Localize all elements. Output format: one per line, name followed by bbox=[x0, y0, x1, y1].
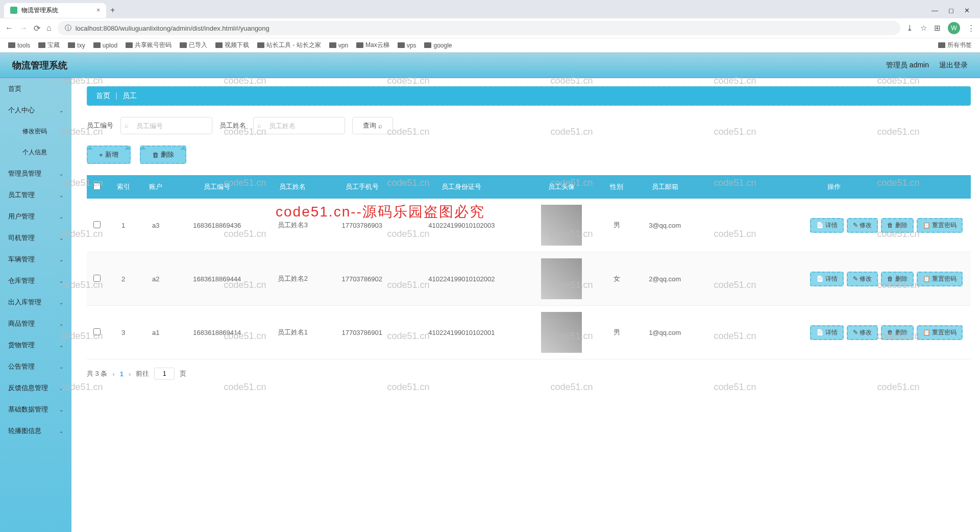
pager-total: 共 3 条 bbox=[87, 369, 107, 378]
user-label[interactable]: 管理员 admin bbox=[886, 61, 929, 70]
bookmark-item[interactable]: uplod bbox=[90, 41, 120, 50]
sidebar-item[interactable]: 反馈信息管理⌄ bbox=[0, 377, 71, 399]
tab-close-icon[interactable]: × bbox=[96, 7, 100, 14]
reload-button[interactable]: ⟳ bbox=[34, 23, 40, 33]
row-delete-button[interactable]: 🗑 删除 bbox=[881, 218, 913, 233]
emp-name-input[interactable] bbox=[253, 117, 345, 134]
chevron-down-icon: ⌄ bbox=[59, 300, 63, 305]
breadcrumb-current: 员工 bbox=[122, 91, 137, 101]
sidebar-item[interactable]: 公告管理⌄ bbox=[0, 356, 71, 377]
sidebar-item[interactable]: 个人中心⌄ bbox=[0, 100, 71, 121]
sidebar-item[interactable]: 管理员管理⌄ bbox=[0, 163, 71, 184]
breadcrumb-home[interactable]: 首页 bbox=[96, 91, 110, 101]
bookmark-item[interactable]: vps bbox=[395, 41, 420, 50]
pager-goto-pre: 前往 bbox=[136, 369, 149, 378]
minimize-button[interactable]: — bbox=[932, 7, 938, 14]
sidebar: 首页个人中心⌄修改密码个人信息管理员管理⌄员工管理⌄用户管理⌄司机管理⌄车辆管理… bbox=[0, 78, 71, 532]
row-checkbox[interactable] bbox=[93, 328, 101, 335]
row-checkbox[interactable] bbox=[93, 275, 101, 282]
tab-title: 物流管理系统 bbox=[21, 6, 58, 15]
sidebar-item[interactable]: 修改密码 bbox=[0, 121, 71, 142]
search-button[interactable]: 查询⌕ bbox=[352, 117, 393, 134]
bookmark-all[interactable]: 所有书签 bbox=[935, 40, 975, 51]
detail-button[interactable]: 📄 详情 bbox=[810, 325, 844, 340]
bookmark-item[interactable]: 站长工具 - 站长之家 bbox=[254, 40, 324, 51]
search-icon: ⌕ bbox=[378, 122, 382, 130]
bookmark-item[interactable]: 视频下载 bbox=[212, 40, 252, 51]
pager-goto-input[interactable] bbox=[154, 368, 175, 380]
close-window-button[interactable]: ✕ bbox=[964, 7, 970, 14]
bookmark-item[interactable]: 已导入 bbox=[177, 40, 210, 51]
sidebar-item[interactable]: 基础数据管理⌄ bbox=[0, 399, 71, 420]
chevron-down-icon: ⌄ bbox=[59, 428, 63, 434]
install-icon[interactable]: ⤓ bbox=[906, 23, 913, 33]
sidebar-item[interactable]: 用户管理⌄ bbox=[0, 206, 71, 227]
browser-tab[interactable]: 物流管理系统 × bbox=[4, 3, 106, 18]
sidebar-item[interactable]: 轮播图信息⌄ bbox=[0, 420, 71, 442]
sidebar-item[interactable]: 司机管理⌄ bbox=[0, 227, 71, 249]
sidebar-item[interactable]: 员工管理⌄ bbox=[0, 184, 71, 206]
app-title: 物流管理系统 bbox=[12, 59, 67, 71]
table-header: 员工身份证号 bbox=[401, 175, 522, 199]
reset-password-button[interactable]: 📋 重置密码 bbox=[917, 325, 963, 340]
extensions-icon[interactable]: ⊞ bbox=[934, 23, 941, 33]
sidebar-item[interactable]: 首页 bbox=[0, 78, 71, 100]
bookmark-item[interactable]: Max云梯 bbox=[353, 40, 393, 51]
bookmark-item[interactable]: 宝藏 bbox=[35, 40, 63, 51]
emp-no-input[interactable] bbox=[120, 117, 212, 134]
bookmark-item[interactable]: txy bbox=[65, 41, 88, 50]
table-header: 索引 bbox=[107, 175, 139, 199]
table-header: 性别 bbox=[601, 175, 633, 199]
back-button[interactable]: ← bbox=[5, 23, 13, 33]
add-button[interactable]: +新增 bbox=[87, 146, 131, 164]
bookmark-item[interactable]: tools bbox=[5, 41, 33, 50]
table-row: 2a21683618869444员工姓名21770378690241022419… bbox=[87, 252, 971, 306]
chevron-down-icon: ⌄ bbox=[59, 364, 63, 370]
search-label-emp-name: 员工姓名 bbox=[219, 121, 246, 130]
chevron-down-icon: ⌄ bbox=[59, 407, 63, 413]
bookmark-item[interactable]: 共享账号密码 bbox=[122, 40, 175, 51]
pager-goto-suf: 页 bbox=[180, 369, 186, 378]
edit-button[interactable]: ✎ 修改 bbox=[847, 325, 878, 340]
sidebar-item[interactable]: 货物管理⌄ bbox=[0, 334, 71, 356]
new-tab-button[interactable]: + bbox=[110, 6, 115, 15]
pager-page-1[interactable]: 1 bbox=[120, 370, 124, 378]
sidebar-item[interactable]: 仓库管理⌄ bbox=[0, 270, 71, 292]
bookmark-item[interactable]: google bbox=[421, 41, 455, 50]
maximize-button[interactable]: ◻ bbox=[948, 7, 954, 14]
search-icon: ⌕ bbox=[125, 122, 129, 129]
edit-button[interactable]: ✎ 修改 bbox=[847, 218, 878, 233]
sidebar-item[interactable]: 个人信息 bbox=[0, 142, 71, 163]
chevron-down-icon: ⌄ bbox=[59, 108, 63, 113]
select-all-checkbox[interactable] bbox=[93, 183, 101, 190]
detail-button[interactable]: 📄 详情 bbox=[810, 272, 844, 286]
forward-button[interactable]: → bbox=[19, 23, 28, 33]
home-button[interactable]: ⌂ bbox=[46, 23, 52, 33]
edit-button[interactable]: ✎ 修改 bbox=[847, 272, 878, 286]
address-bar[interactable]: ⓘ localhost:8080/wuliuguanlixitong/admin… bbox=[58, 21, 900, 35]
browser-chrome: 物流管理系统 × + — ◻ ✕ ← → ⟳ ⌂ ⓘ localhost:808… bbox=[0, 0, 980, 53]
logout-link[interactable]: 退出登录 bbox=[939, 61, 968, 70]
sidebar-item[interactable]: 车辆管理⌄ bbox=[0, 249, 71, 270]
row-delete-button[interactable]: 🗑 删除 bbox=[881, 325, 913, 340]
chevron-down-icon: ⌄ bbox=[59, 385, 63, 391]
table-header: 员工邮箱 bbox=[633, 175, 697, 199]
table-row: 3a11683618869414员工姓名11770378690141022419… bbox=[87, 306, 971, 359]
row-checkbox[interactable] bbox=[93, 221, 101, 228]
bookmark-star-icon[interactable]: ☆ bbox=[920, 23, 927, 33]
reset-password-button[interactable]: 📋 重置密码 bbox=[917, 272, 963, 286]
site-info-icon[interactable]: ⓘ bbox=[65, 23, 71, 33]
delete-button[interactable]: 🗑删除 bbox=[140, 146, 186, 164]
bookmark-item[interactable]: vpn bbox=[326, 41, 351, 50]
chevron-down-icon: ⌄ bbox=[59, 257, 63, 262]
detail-button[interactable]: 📄 详情 bbox=[810, 218, 844, 233]
pager-next[interactable]: › bbox=[129, 370, 131, 378]
profile-badge[interactable]: W bbox=[948, 22, 960, 34]
pagination: 共 3 条 ‹ 1 › 前往 页 bbox=[87, 368, 971, 380]
sidebar-item[interactable]: 商品管理⌄ bbox=[0, 313, 71, 334]
pager-prev[interactable]: ‹ bbox=[112, 370, 114, 378]
row-delete-button[interactable]: 🗑 删除 bbox=[881, 272, 913, 286]
sidebar-item[interactable]: 出入库管理⌄ bbox=[0, 292, 71, 313]
reset-password-button[interactable]: 📋 重置密码 bbox=[917, 218, 963, 233]
browser-menu-icon[interactable]: ⋮ bbox=[967, 23, 975, 33]
